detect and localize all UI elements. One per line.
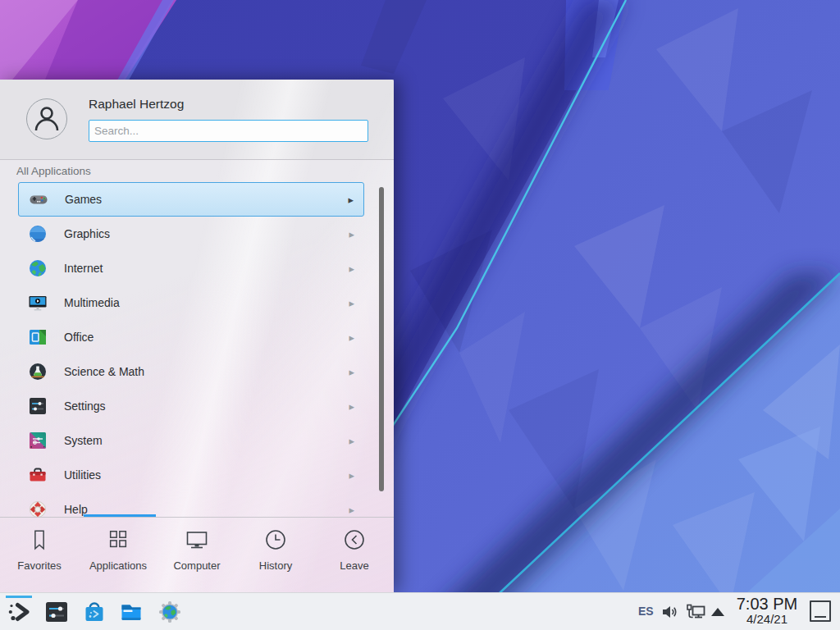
search-input[interactable] <box>89 120 368 142</box>
category-label: Multimedia <box>64 296 349 309</box>
app-launcher-icon[interactable] <box>7 600 31 624</box>
expand-tray-icon[interactable] <box>711 608 724 616</box>
network-icon[interactable] <box>686 604 705 621</box>
computer-icon <box>185 527 209 552</box>
leave-icon <box>342 527 367 552</box>
tab-leave[interactable]: Leave <box>315 518 394 592</box>
favorites-icon <box>28 527 51 552</box>
user-name: Raphael Hertzog <box>89 97 184 112</box>
tab-label: Computer <box>173 559 220 572</box>
category-list: Games ▸ Graphics ▸ <box>0 182 394 517</box>
submenu-arrow-icon: ▸ <box>348 194 354 206</box>
web-browser-icon[interactable] <box>158 600 182 624</box>
category-label: Utilities <box>64 468 349 482</box>
office-icon <box>28 327 48 347</box>
tab-label: Leave <box>340 559 368 572</box>
discover-icon[interactable] <box>82 600 107 624</box>
category-label: Graphics <box>64 227 349 240</box>
tab-label: History <box>259 559 292 572</box>
tab-label: Favorites <box>17 559 61 572</box>
science-icon <box>28 362 48 381</box>
category-label: System <box>64 434 349 447</box>
multimedia-icon <box>28 293 48 313</box>
list-scrollbar[interactable] <box>379 187 384 491</box>
category-science-math[interactable]: Science & Math ▸ <box>18 354 364 389</box>
utilities-icon <box>28 465 48 485</box>
games-icon <box>29 189 48 209</box>
tab-favorites[interactable]: Favorites <box>0 518 79 592</box>
category-office[interactable]: Office ▸ <box>18 320 364 354</box>
category-help[interactable]: Help ▸ <box>18 492 364 517</box>
applications-icon <box>107 527 130 552</box>
clock-date: 4/24/21 <box>726 613 808 627</box>
tab-history[interactable]: History <box>236 518 315 592</box>
show-desktop-button[interactable] <box>810 600 831 622</box>
submenu-arrow-icon: ▸ <box>349 297 354 309</box>
launcher-active-indicator <box>6 596 32 598</box>
category-graphics[interactable]: Graphics ▸ <box>18 217 364 251</box>
tab-computer[interactable]: Computer <box>158 518 236 592</box>
submenu-arrow-icon: ▸ <box>349 435 354 447</box>
submenu-arrow-icon: ▸ <box>349 504 354 516</box>
launcher-tab-bar: Favorites Applications Computer <box>0 518 394 592</box>
submenu-arrow-icon: ▸ <box>349 366 354 378</box>
taskbar: ES 7:03 PM 4/24/21 <box>0 592 840 630</box>
user-avatar[interactable] <box>26 98 67 139</box>
header-divider <box>0 159 394 160</box>
category-label: Science & Math <box>64 365 349 378</box>
show-desktop-glyph <box>815 616 826 618</box>
category-label: Office <box>64 331 349 344</box>
internet-icon <box>28 258 48 278</box>
user-icon <box>27 99 66 139</box>
submenu-arrow-icon: ▸ <box>349 469 354 482</box>
category-label: Internet <box>64 262 349 275</box>
tab-label: Applications <box>89 559 147 572</box>
keyboard-layout-indicator[interactable]: ES <box>638 605 654 618</box>
category-label: Games <box>65 193 348 206</box>
category-utilities[interactable]: Utilities ▸ <box>18 458 364 492</box>
category-multimedia[interactable]: Multimedia ▸ <box>18 285 364 320</box>
submenu-arrow-icon: ▸ <box>349 400 354 413</box>
section-label: All Applications <box>16 165 91 177</box>
desktop: Raphael Hertzog All Applications Games <box>0 0 840 630</box>
submenu-arrow-icon: ▸ <box>349 262 354 275</box>
tab-applications[interactable]: Applications <box>79 518 158 592</box>
clock-time: 7:03 PM <box>726 595 808 613</box>
submenu-arrow-icon: ▸ <box>349 228 354 240</box>
settings-icon <box>28 396 48 416</box>
category-games[interactable]: Games ▸ <box>18 182 364 217</box>
file-manager-icon[interactable] <box>119 600 144 624</box>
submenu-arrow-icon: ▸ <box>349 331 354 344</box>
digital-clock[interactable]: 7:03 PM 4/24/21 <box>726 595 808 627</box>
graphics-icon <box>28 224 48 244</box>
help-icon <box>28 500 48 517</box>
category-system[interactable]: System ▸ <box>18 423 364 458</box>
category-label: Settings <box>64 399 349 413</box>
history-icon <box>263 527 288 552</box>
volume-icon[interactable] <box>661 604 678 620</box>
application-launcher-menu: Raphael Hertzog All Applications Games <box>0 80 394 592</box>
system-icon <box>28 431 48 450</box>
category-settings[interactable]: Settings ▸ <box>18 389 364 423</box>
category-internet[interactable]: Internet ▸ <box>18 251 364 285</box>
system-settings-icon[interactable] <box>44 600 69 624</box>
